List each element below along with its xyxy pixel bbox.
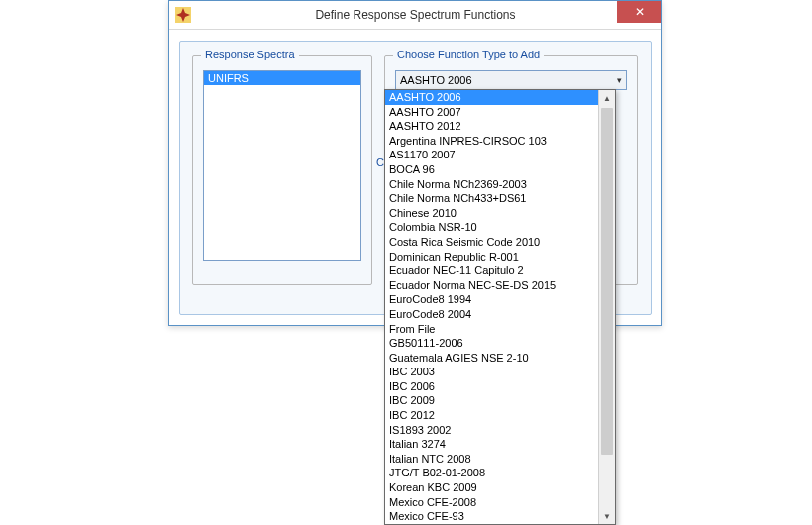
dropdown-option[interactable]: Dominican Republic R-001: [385, 250, 598, 264]
dropdown-option[interactable]: IS1893 2002: [385, 423, 598, 438]
dropdown-option[interactable]: AASHTO 2012: [385, 119, 598, 134]
dropdown-option[interactable]: JTG/T B02-01-2008: [385, 466, 598, 480]
dropdown-option[interactable]: IBC 2009: [385, 393, 598, 408]
dropdown-option[interactable]: Italian 3274: [385, 437, 598, 452]
dropdown-option[interactable]: IBC 2006: [385, 379, 598, 394]
dropdown-option[interactable]: EuroCode8 1994: [385, 292, 598, 307]
close-icon: ✕: [635, 5, 645, 19]
combo-value: AASHTO 2006: [400, 74, 472, 86]
dropdown-option[interactable]: BOCA 96: [385, 162, 598, 177]
scroll-down-button[interactable]: ▼: [599, 508, 615, 524]
dropdown-option[interactable]: IBC 2003: [385, 365, 598, 379]
function-type-dropdown: AASHTO 2006AASHTO 2007AASHTO 2012Argenti…: [384, 89, 616, 525]
dropdown-option[interactable]: Colombia NSR-10: [385, 220, 598, 235]
dropdown-option[interactable]: Mexico CFE-93: [385, 509, 598, 524]
function-type-label: Choose Function Type to Add: [393, 49, 544, 60]
dropdown-option[interactable]: EuroCode8 2004: [385, 307, 598, 322]
response-spectra-listbox[interactable]: UNIFRS: [203, 70, 361, 261]
dropdown-option[interactable]: AASHTO 2006: [385, 90, 598, 105]
chevron-up-icon: ▲: [603, 94, 611, 103]
close-button[interactable]: ✕: [617, 1, 661, 23]
dropdown-option[interactable]: IBC 2012: [385, 408, 598, 423]
dropdown-option[interactable]: Korean KBC 2009: [385, 480, 598, 495]
response-spectra-label: Response Spectra: [201, 49, 299, 60]
dropdown-option[interactable]: Chile Norma NCh433+DS61: [385, 191, 598, 206]
chevron-down-icon: ▼: [603, 512, 611, 521]
scroll-thumb[interactable]: [601, 108, 613, 455]
dropdown-list[interactable]: AASHTO 2006AASHTO 2007AASHTO 2012Argenti…: [385, 90, 598, 524]
dropdown-option[interactable]: Chile Norma NCh2369-2003: [385, 177, 598, 192]
dropdown-option[interactable]: Mexico CFE-2008: [385, 495, 598, 510]
dropdown-scrollbar[interactable]: ▲ ▼: [598, 90, 615, 524]
dropdown-option[interactable]: AASHTO 2007: [385, 105, 598, 120]
response-spectra-group: Response Spectra UNIFRS: [192, 55, 372, 285]
window-title: Define Response Spectrum Functions: [169, 8, 661, 22]
dropdown-option[interactable]: Argentina INPRES-CIRSOC 103: [385, 134, 598, 149]
app-icon: [175, 7, 191, 23]
dropdown-option[interactable]: GB50111-2006: [385, 336, 598, 351]
dropdown-option[interactable]: From File: [385, 322, 598, 337]
titlebar: Define Response Spectrum Functions ✕: [169, 1, 661, 30]
dropdown-option[interactable]: Ecuador Norma NEC-SE-DS 2015: [385, 278, 598, 293]
chevron-down-icon: ▾: [617, 75, 622, 85]
partial-label: C: [376, 157, 384, 168]
dropdown-option[interactable]: Guatemala AGIES NSE 2-10: [385, 351, 598, 366]
list-item[interactable]: UNIFRS: [204, 71, 360, 85]
function-type-combobox[interactable]: AASHTO 2006 ▾: [395, 70, 627, 90]
scroll-up-button[interactable]: ▲: [599, 90, 615, 106]
dropdown-option[interactable]: Chinese 2010: [385, 206, 598, 221]
dropdown-option[interactable]: Costa Rica Seismic Code 2010: [385, 235, 598, 250]
dropdown-option[interactable]: Ecuador NEC-11 Capitulo 2: [385, 263, 598, 278]
dropdown-option[interactable]: AS1170 2007: [385, 148, 598, 162]
dropdown-option[interactable]: Italian NTC 2008: [385, 452, 598, 467]
